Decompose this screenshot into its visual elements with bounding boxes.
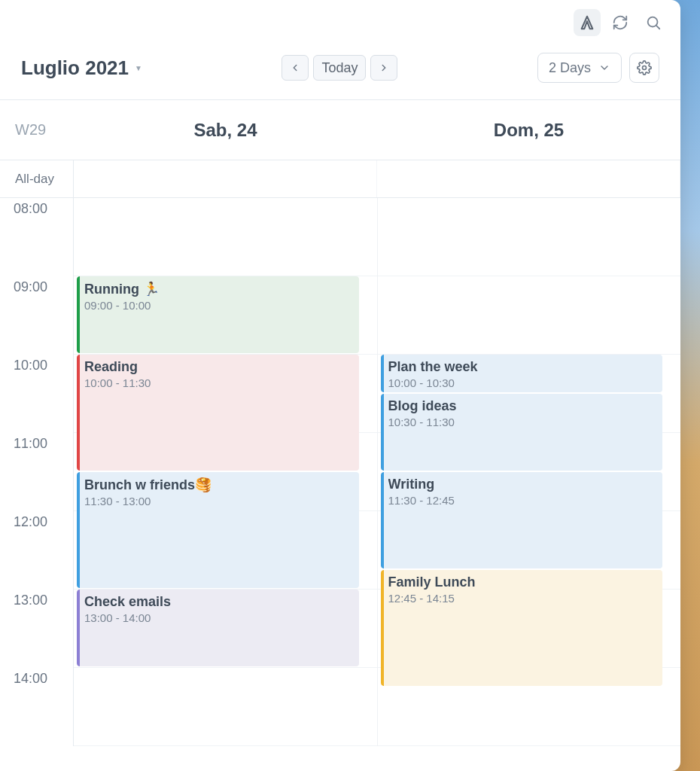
- hour-label: 13:00: [0, 590, 73, 668]
- allday-cells: [74, 160, 680, 197]
- hour-label: 14:00: [0, 668, 73, 746]
- event-color-bar: [77, 590, 80, 666]
- event-time: 10:30 - 11:30: [388, 416, 656, 428]
- calendar-event[interactable]: Writing11:30 - 12:45: [381, 472, 663, 568]
- search-button[interactable]: [640, 9, 667, 36]
- event-title: Plan the week: [388, 359, 656, 375]
- calendar-event[interactable]: Check emails13:00 - 14:00: [77, 590, 359, 666]
- date-nav: Today: [282, 55, 397, 81]
- event-time: 10:00 - 10:30: [388, 376, 656, 389]
- calendar-header: Luglio 2021 ▼ Today 2 Days: [0, 45, 680, 100]
- schedule-grid[interactable]: 08:0009:0010:0011:0012:0013:0014:00 Runn…: [0, 198, 680, 771]
- event-title: Reading: [84, 359, 352, 375]
- calendar-event[interactable]: Plan the week10:00 - 10:30: [381, 355, 663, 392]
- hour-label: 08:00: [0, 198, 73, 276]
- calendar-event[interactable]: Running 🏃09:00 - 10:00: [77, 276, 359, 353]
- top-toolbar: [0, 0, 680, 45]
- view-controls: 2 Days: [537, 53, 659, 83]
- view-range-label: 2 Days: [549, 60, 591, 76]
- week-label: W29: [0, 100, 74, 160]
- chevron-right-icon: [379, 62, 389, 73]
- event-color-bar: [77, 472, 80, 588]
- prev-button[interactable]: [282, 55, 309, 81]
- app-window: Luglio 2021 ▼ Today 2 Days: [0, 0, 680, 771]
- month-title-text: Luglio 2021: [21, 56, 129, 80]
- allday-cell[interactable]: [74, 160, 377, 197]
- hour-label: 10:00: [0, 355, 73, 433]
- day-header[interactable]: Sab, 24: [74, 100, 377, 160]
- chevron-left-icon: [290, 62, 300, 73]
- svg-point-2: [643, 66, 647, 70]
- event-title: Writing: [388, 477, 656, 492]
- event-color-bar: [381, 394, 384, 471]
- event-time: 09:00 - 10:00: [84, 299, 352, 312]
- event-color-bar: [381, 570, 384, 686]
- hour-label: 12:00: [0, 511, 73, 590]
- calendar-event[interactable]: Family Lunch12:45 - 14:15: [381, 570, 663, 686]
- allday-label: All-day: [0, 160, 74, 197]
- day-header-row: W29 Sab, 24Dom, 25: [0, 100, 680, 160]
- time-gutter: 08:0009:0010:0011:0012:0013:0014:00: [0, 198, 74, 746]
- allday-cell[interactable]: [377, 160, 680, 197]
- event-color-bar: [381, 472, 384, 568]
- event-time: 11:30 - 12:45: [388, 494, 656, 507]
- view-range-select[interactable]: 2 Days: [537, 53, 622, 83]
- today-label: Today: [321, 60, 358, 76]
- event-title: Family Lunch: [388, 574, 656, 590]
- day-column[interactable]: Plan the week10:00 - 10:30Blog ideas10:3…: [377, 198, 681, 746]
- gear-icon: [637, 60, 652, 75]
- event-title: Blog ideas: [388, 398, 656, 414]
- next-button[interactable]: [370, 55, 397, 81]
- calendar-event[interactable]: Brunch w friends🥞11:30 - 13:00: [77, 472, 359, 588]
- triangle-icon: [579, 14, 595, 31]
- day-header[interactable]: Dom, 25: [377, 100, 680, 160]
- chevron-down-icon: ▼: [135, 64, 142, 72]
- desktop-background: [680, 0, 700, 771]
- columns-area: Running 🏃09:00 - 10:00Reading10:00 - 11:…: [74, 198, 680, 746]
- week-number: W29: [15, 121, 46, 139]
- event-color-bar: [77, 355, 80, 471]
- event-color-bar: [381, 355, 384, 392]
- event-time: 12:45 - 14:15: [388, 592, 656, 605]
- settings-button[interactable]: [629, 53, 659, 83]
- chevron-down-icon: [598, 62, 610, 74]
- calendar-event[interactable]: Reading10:00 - 11:30: [77, 355, 359, 471]
- month-picker[interactable]: Luglio 2021 ▼: [21, 56, 142, 80]
- today-button[interactable]: Today: [313, 55, 366, 81]
- event-color-bar: [77, 276, 80, 353]
- event-time: 11:30 - 13:00: [84, 495, 352, 507]
- event-time: 13:00 - 14:00: [84, 611, 352, 624]
- app-mode-button[interactable]: [574, 9, 601, 36]
- svg-line-1: [656, 26, 659, 29]
- event-title: Check emails: [84, 594, 352, 610]
- hour-label: 11:00: [0, 433, 73, 511]
- allday-row: All-day: [0, 160, 680, 198]
- search-icon: [645, 14, 662, 31]
- sync-icon: [612, 14, 628, 31]
- event-title: Running 🏃: [84, 281, 352, 297]
- calendar-event[interactable]: Blog ideas10:30 - 11:30: [381, 394, 663, 471]
- day-column[interactable]: Running 🏃09:00 - 10:00Reading10:00 - 11:…: [74, 198, 377, 746]
- hour-label: 09:00: [0, 276, 73, 355]
- event-title: Brunch w friends🥞: [84, 477, 352, 493]
- sync-button[interactable]: [607, 9, 634, 36]
- event-time: 10:00 - 11:30: [84, 376, 352, 389]
